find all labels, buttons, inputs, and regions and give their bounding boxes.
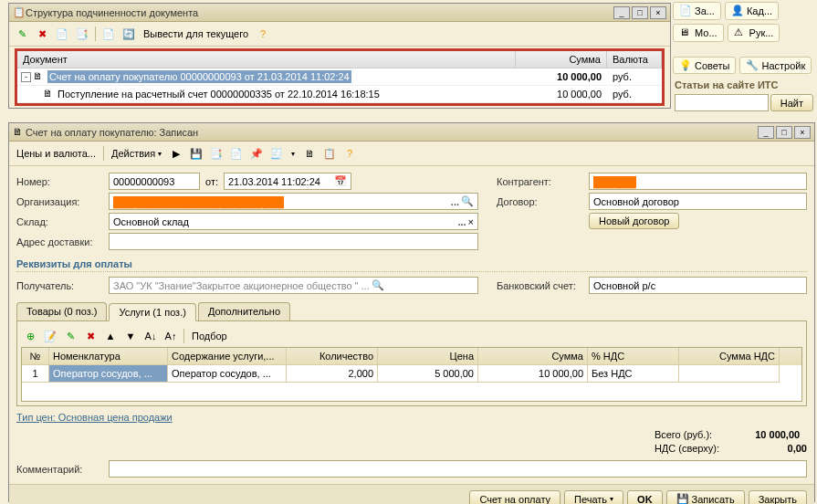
sort-asc-icon[interactable]: A↓ [141,327,160,345]
close-button[interactable]: × [794,126,811,139]
output-current-button[interactable]: Вывести для текущего [140,28,252,39]
actions-button[interactable]: Действия▾ [108,148,165,159]
col-sum[interactable]: Сумма [516,51,607,68]
total-label: Всего (руб.): [655,429,712,440]
tree-row[interactable]: - 🗎 Счет на оплату покупателю 0000000009… [17,68,662,86]
number-input[interactable]: 00000000093 [109,173,200,190]
dog-input[interactable]: Основной договор [589,193,807,210]
date-label: от: [205,176,218,187]
col-sod[interactable]: Содержание услуги,... [168,348,287,365]
search-icon[interactable]: 🔍 [461,195,474,207]
col-snds[interactable]: Сумма НДС [679,348,780,365]
maximize-button[interactable]: □ [632,6,648,19]
help-icon[interactable]: ? [340,144,359,163]
nds-value: 0,00 [725,443,807,454]
org-input[interactable]: ████████████████████████...🔍 [109,193,478,210]
cell-nds: Без НДС [588,365,679,383]
close-button[interactable]: Закрыть [749,490,807,504]
search-icon[interactable]: 🔍 [372,279,384,291]
col-nds[interactable]: % НДС [588,348,679,365]
minimize-button[interactable]: _ [758,126,774,139]
add-icon[interactable]: ⊕ [21,327,39,345]
post-icon[interactable]: ▶ [167,144,185,163]
close-button[interactable]: × [650,6,666,19]
side-btn-ruk[interactable]: ⚠Рук... [728,24,780,42]
side-btn-mo[interactable]: 🖥Мо... [673,24,724,42]
print-button[interactable]: Печать▾ [564,490,623,504]
ok-button[interactable]: OK [627,490,663,504]
bank-input[interactable]: Основной р/с [589,277,807,294]
col-cena[interactable]: Цена [378,348,478,365]
price-type-link[interactable]: Тип цен: Основная цена продажи [16,412,173,423]
kontr-label: Контрагент: [497,176,583,187]
delete-icon[interactable]: ✖ [33,25,51,43]
copy2-icon[interactable]: 📑 [73,25,91,43]
col-nom[interactable]: Номенклатура [49,348,168,365]
col-currency[interactable]: Валюта [607,51,662,68]
side-btn-kad[interactable]: 👤Кад... [725,2,779,20]
tree-icon[interactable]: 📋 [320,144,339,163]
side-btn-za[interactable]: 📄За... [673,2,721,20]
copy-icon[interactable]: 📑 [207,144,225,163]
minimize-button[interactable]: _ [613,6,630,19]
refresh-icon[interactable]: 🔄 [120,25,138,43]
copy-icon[interactable]: 📄 [53,25,71,43]
adres-input[interactable] [109,233,478,250]
tab-dop[interactable]: Дополнительно [198,302,290,320]
tab-tovary[interactable]: Товары (0 поз.) [16,302,107,320]
sklad-input[interactable]: Основной склад...× [109,213,478,230]
prices-currency-button[interactable]: Цены и валюта... [13,148,100,159]
add-copy-icon[interactable]: 📝 [41,327,59,345]
ellipsis-icon[interactable]: ... [451,196,459,207]
structure-title: Структура подчиненности документа [26,7,613,18]
doc-icon[interactable]: 📄 [100,25,118,43]
sort-desc-icon[interactable]: A↑ [162,327,180,345]
its-find-button[interactable]: Найт [770,94,813,111]
podbor-button[interactable]: Подбор [188,331,231,341]
invoice-print-button[interactable]: Счет на оплату [469,490,560,504]
attach-icon[interactable]: 📌 [247,144,266,163]
rekvizity-header: Реквизиты для оплаты [16,258,807,272]
down-icon[interactable]: ▼ [121,327,140,345]
ellipsis-icon[interactable]: ... [457,216,466,227]
collapse-icon[interactable]: - [21,72,31,82]
maximize-button[interactable]: □ [776,126,792,139]
comment-input[interactable] [109,460,807,478]
col-kol[interactable]: Количество [287,348,378,365]
kontr-input[interactable]: ██████ [589,173,807,190]
cell-snds [679,365,780,383]
new-contract-button[interactable]: Новый договор [589,213,679,229]
col-sum[interactable]: Сумма [478,348,588,365]
save-icon[interactable]: 💾 [187,144,205,163]
print-icon[interactable]: 📄 [227,144,246,163]
tree-row[interactable]: 🗎 Поступление на расчетный счет 00000000… [17,86,662,103]
sklad-label: Склад: [16,216,103,227]
cell-n: 1 [22,365,49,383]
clear-icon[interactable]: × [468,216,474,227]
col-document[interactable]: Документ [17,51,516,68]
number-label: Номер: [16,176,103,187]
help-icon[interactable]: ? [254,25,272,43]
doc-icon: 📄 [679,5,692,17]
date-input[interactable]: 21.03.2014 11:02:24📅 [224,173,351,190]
edit-icon[interactable]: ✎ [61,327,79,345]
side-panel: 📄За... 👤Кад... 🖥Мо... ⚠Рук... 💡Советы 🔧Н… [671,0,817,111]
its-search-input[interactable] [675,94,769,111]
save-button[interactable]: 💾Записать [666,490,745,504]
side-tips[interactable]: 💡Советы [673,57,736,74]
invoice-icon: 🗎 [13,126,26,139]
up-icon[interactable]: ▲ [101,327,120,345]
side-settings[interactable]: 🔧Настройк [739,57,812,74]
cell-nom[interactable]: Оператор сосудов, ... [49,365,168,383]
edit-icon[interactable]: ✎ [13,25,31,43]
delete-icon[interactable]: ✖ [81,327,100,345]
calendar-icon[interactable]: 📅 [334,175,347,187]
col-n[interactable]: № [22,348,49,365]
dog-label: Договор: [497,196,583,207]
more-dd[interactable]: ▾ [288,150,299,158]
dt-icon[interactable]: 🧾 [267,144,286,163]
poluch-input[interactable]: ЗАО "УК "Знание"Закрытое акционерное общ… [109,277,478,294]
grid-row[interactable]: 1 Оператор сосудов, ... Оператор сосудов… [22,365,801,383]
list-icon[interactable]: 🗎 [300,144,319,163]
tab-uslugi[interactable]: Услуги (1 поз.) [109,303,195,321]
